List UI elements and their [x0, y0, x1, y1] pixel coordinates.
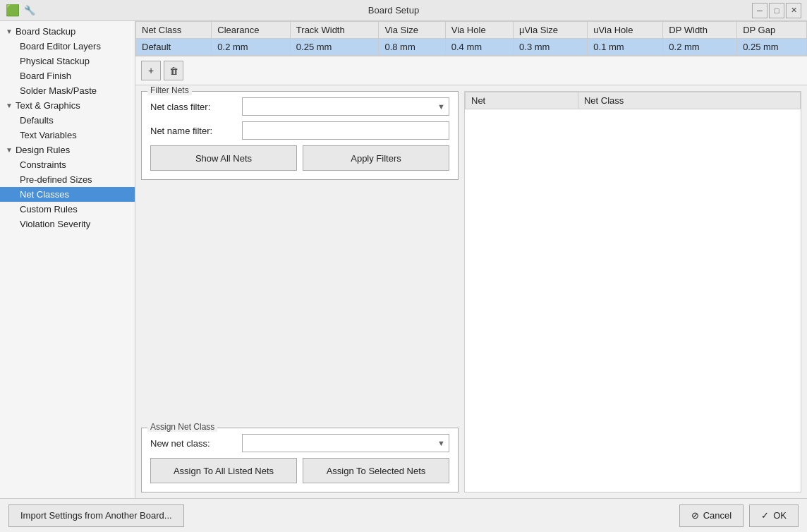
titlebar-left: 🟩 🔧 — [6, 4, 35, 17]
assign-all-listed-button[interactable]: Assign To All Listed Nets — [150, 458, 297, 483]
ok-button[interactable]: ✓ OK — [749, 504, 799, 527]
sidebar-item-solder-mask-paste[interactable]: Solder Mask/Paste — [0, 83, 135, 98]
col-uvia-hole: uVia Hole — [588, 22, 663, 39]
table-cell: Default — [136, 39, 212, 56]
sidebar-item-defaults[interactable]: Defaults — [0, 113, 135, 128]
import-settings-button[interactable]: Import Settings from Another Board... — [8, 504, 184, 527]
col-dp-width: DP Width — [663, 22, 737, 39]
app-icon: 🟩 — [6, 4, 20, 17]
net-name-filter-row: Net name filter: — [150, 121, 449, 140]
new-net-class-row: New net class: ▼ — [150, 434, 449, 452]
col-dp-gap: DP Gap — [737, 22, 807, 39]
sidebar-item-custom-rules[interactable]: Custom Rules — [0, 202, 135, 217]
table-cell: 0.3 mm — [514, 39, 588, 56]
net-class-filter-select[interactable] — [242, 97, 449, 116]
sidebar-group-label: Board Stackup — [16, 26, 75, 37]
spacer — [141, 186, 459, 422]
titlebar: 🟩 🔧 Board Setup ─ □ ✕ — [0, 0, 807, 21]
col-via-size: Via Size — [379, 22, 445, 39]
left-section: Filter Nets Net class filter: ▼ Net name… — [141, 91, 459, 492]
delete-row-button[interactable]: 🗑 — [164, 61, 183, 80]
sidebar-group-label: Text & Graphics — [16, 100, 80, 111]
net-classes-table-area: Net Class Clearance Track Width Via Size… — [135, 21, 807, 56]
sidebar-item-board-editor-layers[interactable]: Board Editor Layers — [0, 39, 135, 54]
net-list-table: Net Net Class — [465, 92, 801, 109]
table-cell: 0.2 mm — [212, 39, 291, 56]
filter-nets-group: Filter Nets Net class filter: ▼ Net name… — [141, 91, 459, 180]
apply-filters-button[interactable]: Apply Filters — [303, 145, 449, 171]
window-title: Board Setup — [35, 5, 752, 16]
maximize-button[interactable]: □ — [769, 3, 784, 18]
assign-buttons-row: Assign To All Listed Nets Assign To Sele… — [150, 458, 449, 483]
titlebar-controls: ─ □ ✕ — [752, 3, 801, 18]
new-net-class-select[interactable] — [242, 434, 449, 452]
table-row[interactable]: Default0.2 mm0.25 mm0.8 mm0.4 mm0.3 mm0.… — [136, 39, 807, 56]
main-content: ▼ Board Stackup Board Editor Layers Phys… — [0, 21, 807, 498]
cancel-icon: ⊘ — [691, 510, 699, 521]
sidebar-item-board-finish[interactable]: Board Finish — [0, 68, 135, 83]
net-class-filter-label: Net class filter: — [150, 102, 242, 112]
col-net-class: Net Class — [136, 22, 212, 39]
right-panel: Net Class Clearance Track Width Via Size… — [135, 21, 807, 498]
sidebar: ▼ Board Stackup Board Editor Layers Phys… — [0, 21, 135, 498]
show-all-nets-button[interactable]: Show All Nets — [150, 145, 297, 171]
cancel-label: Cancel — [703, 510, 732, 521]
table-cell: 0.25 mm — [290, 39, 379, 56]
net-classes-table: Net Class Clearance Track Width Via Size… — [135, 21, 807, 56]
chevron-down-icon: ▼ — [6, 102, 13, 109]
assign-selected-button[interactable]: Assign To Selected Nets — [303, 458, 449, 483]
sidebar-item-violation-severity[interactable]: Violation Severity — [0, 217, 135, 231]
footer: Import Settings from Another Board... ⊘ … — [0, 498, 807, 532]
content-area: Filter Nets Net class filter: ▼ Net name… — [135, 85, 807, 498]
net-name-filter-label: Net name filter: — [150, 126, 242, 136]
minimize-button[interactable]: ─ — [752, 3, 767, 18]
table-cell: 0.2 mm — [663, 39, 737, 56]
sidebar-group-label: Design Rules — [16, 145, 70, 155]
col-net-class-list: Net Class — [578, 92, 800, 109]
new-net-class-label: New net class: — [150, 438, 242, 449]
net-list-area[interactable]: Net Net Class — [464, 91, 801, 492]
add-row-button[interactable]: + — [141, 61, 161, 80]
sidebar-group-design-rules[interactable]: ▼ Design Rules — [0, 143, 135, 157]
plugin-icon: 🔧 — [24, 5, 35, 16]
cancel-button[interactable]: ⊘ Cancel — [679, 504, 744, 527]
sidebar-group-text-graphics[interactable]: ▼ Text & Graphics — [0, 98, 135, 113]
col-track-width: Track Width — [290, 22, 379, 39]
sidebar-item-physical-stackup[interactable]: Physical Stackup — [0, 54, 135, 68]
sidebar-item-net-classes[interactable]: Net Classes — [0, 187, 135, 202]
table-cell: 0.25 mm — [737, 39, 807, 56]
table-cell: 0.8 mm — [379, 39, 445, 56]
ok-label: OK — [773, 510, 787, 521]
new-net-class-wrapper: ▼ — [242, 434, 449, 452]
col-clearance: Clearance — [212, 22, 291, 39]
col-net: Net — [466, 92, 578, 109]
chevron-down-icon: ▼ — [6, 28, 13, 35]
filter-buttons-row: Show All Nets Apply Filters — [150, 145, 449, 171]
close-button[interactable]: ✕ — [786, 3, 801, 18]
net-class-filter-wrapper: ▼ — [242, 97, 449, 116]
chevron-down-icon: ▼ — [6, 146, 13, 154]
ok-icon: ✓ — [761, 510, 769, 521]
filter-nets-title: Filter Nets — [147, 85, 192, 95]
footer-right: ⊘ Cancel ✓ OK — [679, 504, 799, 527]
col-uvia-size: µVia Size — [514, 22, 588, 39]
sidebar-group-board-stackup[interactable]: ▼ Board Stackup — [0, 24, 135, 39]
sidebar-item-constraints[interactable]: Constraints — [0, 157, 135, 172]
assign-net-class-group: Assign Net Class New net class: ▼ Assign… — [141, 428, 459, 492]
sidebar-item-text-variables[interactable]: Text Variables — [0, 128, 135, 143]
col-via-hole: Via Hole — [445, 22, 513, 39]
net-name-filter-input[interactable] — [242, 121, 449, 140]
table-cell: 0.1 mm — [588, 39, 663, 56]
table-toolbar: + 🗑 — [135, 56, 807, 85]
net-class-filter-row: Net class filter: ▼ — [150, 97, 449, 116]
table-cell: 0.4 mm — [445, 39, 513, 56]
sidebar-item-pre-defined-sizes[interactable]: Pre-defined Sizes — [0, 172, 135, 187]
assign-net-class-title: Assign Net Class — [147, 422, 217, 432]
net-list-section: Net Net Class — [464, 91, 801, 492]
